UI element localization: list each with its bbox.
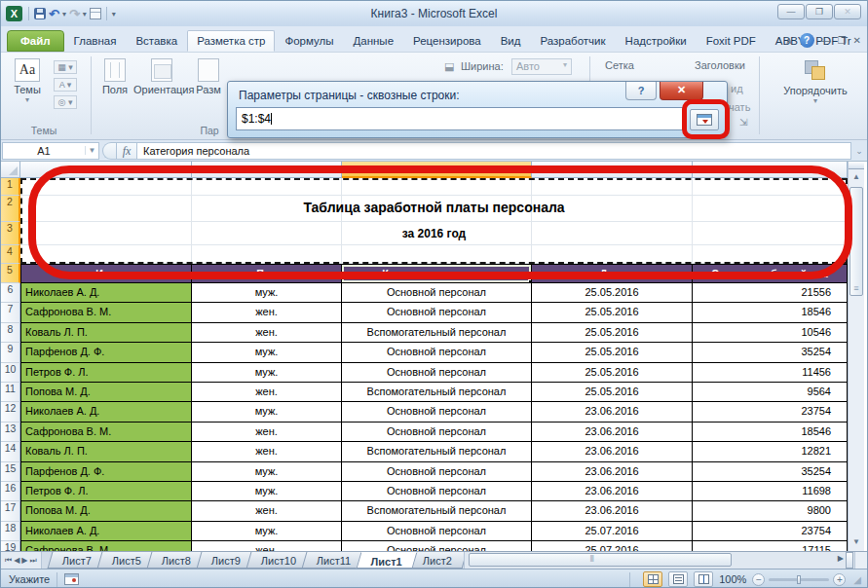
row-header-8[interactable]: 8 [1,323,20,343]
cell-E7[interactable]: 18546 [693,303,848,322]
prev-sheet-icon[interactable]: ◀ [14,556,19,565]
cell-E17[interactable]: 9800 [693,501,848,521]
sheet-tab-Лист2[interactable]: Лист2 [408,552,468,569]
cell-E6[interactable]: 21556 [693,283,848,303]
cell-D18[interactable]: 25.07.2016 [532,522,693,541]
arrange-button[interactable]: Упорядочить ▾ [773,58,858,105]
cell-E11[interactable]: 9564 [693,383,848,402]
cell-B15[interactable]: муж. [192,462,342,482]
cell-D9[interactable]: 25.05.2016 [532,343,693,362]
header-cell-A5[interactable]: Имя [20,264,192,283]
cell-A16[interactable]: Петров Ф. Л. [20,482,192,501]
cell-E1[interactable] [693,178,848,196]
ribbon-tab-Файл[interactable]: Файл [7,30,64,52]
row-header-15[interactable]: 15 [1,462,20,482]
header-cell-E5[interactable]: Сумма заработной пла [693,264,848,283]
save-icon[interactable] [34,8,46,19]
zoom-handle[interactable] [797,575,801,584]
cell-C15[interactable]: Основной персонал [342,462,532,482]
cell-C19[interactable]: Основной персонал [342,541,532,551]
cell-D19[interactable]: 25.07.2016 [532,541,693,551]
workbook-restore-icon[interactable]: ❐ [838,35,847,46]
formula-input[interactable]: Категория персонала [137,142,851,160]
ribbon-tab-Foxit PDF[interactable]: Foxit PDF [697,30,766,52]
page-break-view-button[interactable] [694,571,713,587]
next-sheet-icon[interactable]: ▶ [21,556,27,565]
zoom-in-icon[interactable]: + [833,573,846,586]
cell-A7[interactable]: Сафронова В. М. [20,303,192,322]
fx-icon[interactable]: fx [116,142,137,160]
cell-A8[interactable]: Коваль Л. П. [20,323,192,343]
row-header-9[interactable]: 9 [1,343,20,362]
cell-E19[interactable]: 17115 [693,541,848,551]
cell-D12[interactable]: 23.06.2016 [532,402,693,422]
ribbon-tab-Данные[interactable]: Данные [343,30,403,52]
select-all-corner[interactable] [1,162,20,178]
collapse-dialog-button[interactable] [690,109,719,130]
zoom-out-icon[interactable]: − [752,573,765,586]
row-header-3[interactable]: 3 [1,222,20,245]
row-header-18[interactable]: 18 [1,522,20,541]
cell-E15[interactable]: 35254 [693,462,848,482]
tab-split-handle[interactable] [846,552,853,569]
cell-A11[interactable]: Попова М. Д. [20,383,192,402]
cell-D13[interactable]: 23.06.2016 [532,423,693,442]
cell-D14[interactable]: 23.06.2016 [532,442,693,461]
zoom-track[interactable] [769,578,829,581]
cell-C16[interactable]: Основной персонал [342,482,532,501]
ribbon-tab-Разметка стр[interactable]: Разметка стр [187,30,275,52]
vertical-scroll-thumb[interactable] [849,187,863,296]
theme-fonts-button[interactable]: A ▾ [54,78,77,92]
cell-A10[interactable]: Петров Ф. Л. [20,363,192,383]
cell-D16[interactable]: 23.06.2016 [532,482,693,501]
name-box[interactable]: A1 ▼ [2,142,99,160]
cell-D10[interactable]: 25.05.2016 [532,363,693,383]
cell-A18[interactable]: Николаев А. Д. [20,522,192,541]
macro-record-icon[interactable] [64,573,79,585]
cell-D7[interactable]: 25.05.2016 [532,303,693,322]
cell-B14[interactable]: жен. [192,442,342,461]
ribbon-tab-Вставка[interactable]: Вставка [126,30,187,52]
expand-formula-bar-icon[interactable]: ⌄ [851,146,867,156]
cell-B11[interactable]: жен. [192,383,342,402]
column-header-C[interactable]: C [342,162,532,178]
chevron-down-icon[interactable]: ▼ [85,146,98,155]
cell-D8[interactable]: 25.05.2016 [532,323,693,343]
column-header-A[interactable]: A [20,162,192,178]
cell-D17[interactable]: 23.06.2016 [532,501,693,521]
header-cell-B5[interactable]: Пол [192,264,342,283]
cell-B6[interactable]: муж. [192,283,342,303]
ribbon-tab-Рецензирова[interactable]: Рецензирова [403,30,491,52]
theme-colors-button[interactable]: ▦ ▾ [54,60,77,74]
column-header-D[interactable]: D [532,162,693,178]
cell-B7[interactable]: жен. [192,303,342,322]
cell-E10[interactable]: 11456 [693,363,848,383]
cell-D4[interactable] [532,245,693,264]
row-header-4[interactable]: 4 [1,245,20,264]
row-header-19[interactable]: 19 [1,541,20,551]
row-header-11[interactable]: 11 [1,383,20,402]
cell-A17[interactable]: Попова М. Д. [20,501,192,521]
header-cell-C5[interactable]: Категория персонала [342,264,532,283]
cell-C12[interactable]: Основной персонал [342,402,532,422]
cell-C13[interactable]: Основной персонал [342,423,532,442]
cell-D6[interactable]: 25.05.2016 [532,283,693,303]
cell-C17[interactable]: Вспомогательный персонал [342,501,532,521]
cell-C14[interactable]: Вспомогательный персонал [342,442,532,461]
scroll-right-icon[interactable]: ▶ [838,554,844,563]
cell-B13[interactable]: жен. [192,423,342,442]
cell-B9[interactable]: муж. [192,343,342,362]
ribbon-tab-Главная[interactable]: Главная [64,30,127,52]
cell-E4[interactable] [693,245,848,264]
horizontal-scroll-thumb[interactable] [469,553,732,567]
row-header-12[interactable]: 12 [1,402,20,422]
minimize-ribbon-icon[interactable]: ∧ [785,35,792,46]
cell-A14[interactable]: Коваль Л. П. [20,442,192,461]
zoom-level[interactable]: 100% [719,573,746,585]
cell-C4[interactable] [342,245,532,264]
cell-B1[interactable] [192,178,342,196]
size-button[interactable]: Разм [192,58,225,95]
vertical-scrollbar[interactable]: ▲ ▼ [848,162,864,551]
cell-E13[interactable]: 18546 [693,423,848,442]
row-header-1[interactable]: 1 [1,178,20,196]
